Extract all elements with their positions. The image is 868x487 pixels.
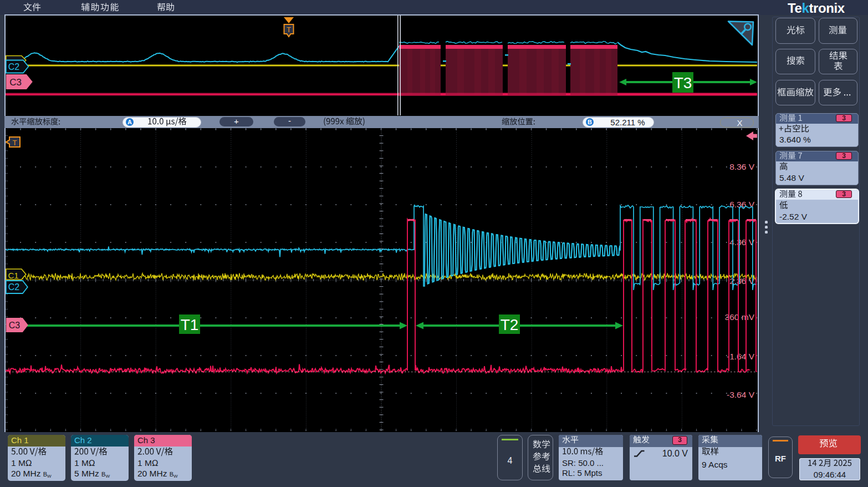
svg-text:-1.64 V: -1.64 V: [727, 352, 755, 361]
svg-text:-3.64 V: -3.64 V: [727, 390, 755, 399]
svg-text:8.36 V: 8.36 V: [729, 162, 754, 171]
svg-text:T2: T2: [501, 316, 519, 333]
svg-text:T1: T1: [181, 316, 199, 333]
svg-text:C1: C1: [8, 271, 18, 280]
svg-text:T: T: [13, 139, 17, 147]
svg-text:C3: C3: [9, 77, 22, 88]
svg-text:4.36 V: 4.36 V: [729, 237, 754, 247]
svg-text:C2: C2: [8, 282, 20, 292]
svg-text:T: T: [287, 26, 291, 34]
svg-text:T3: T3: [674, 74, 692, 92]
svg-text:C2: C2: [8, 62, 20, 72]
svg-text:C3: C3: [9, 321, 21, 330]
